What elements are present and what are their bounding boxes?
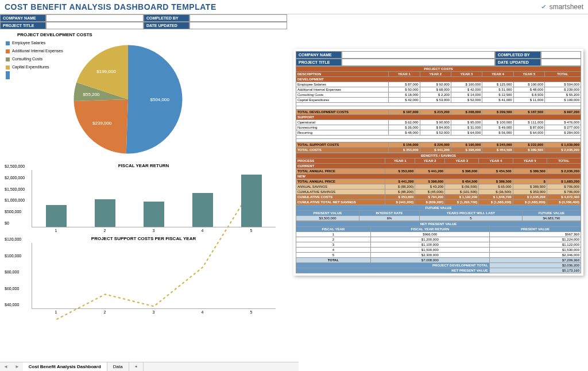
company-name-label: COMPANY NAME	[0, 14, 46, 22]
legend-item: Capital Expenditures	[6, 63, 63, 71]
support-costs-chart: $40,000$60,000$80,000$100,000$120,000	[32, 243, 276, 309]
tab-data[interactable]: Data	[107, 362, 129, 371]
tab-dashboard[interactable]: Cost Benefit Analysis Dashboard	[23, 362, 107, 371]
header-bar: COST BENEFIT ANALYSIS DASHBOARD TEMPLATE…	[0, 0, 588, 14]
page-title: COST BENEFIT ANALYSIS DASHBOARD TEMPLATE	[5, 2, 540, 11]
tab-next-icon[interactable]: ►	[11, 362, 23, 371]
tab-add[interactable]: +	[129, 362, 144, 371]
legend-item: Additional Internal Expenses	[6, 47, 63, 55]
benefits-table: BENEFITS / SAVINGSPROCESSYEAR 1YEAR 2YEA…	[296, 153, 581, 205]
sheet-tabs: ◄ ► Cost Benefit Analysis Dashboard Data…	[0, 362, 299, 371]
fiscal-year-return-chart: $0$500,000$1,000,000$1,500,000$2,000,000…	[32, 170, 276, 227]
completed-by-label: COMPLETED BY	[144, 14, 189, 22]
tab-prev-icon[interactable]: ◄	[0, 362, 11, 371]
info-bar-left: COMPANY NAME COMPLETED BY	[0, 14, 588, 22]
bar1-title: FISCAL YEAR RETURN	[6, 163, 281, 168]
bar2-title: PROJECT SUPPORT COSTS PER FISCAL YEAR	[6, 236, 281, 241]
npv-table: NET PRESENT VALUEFISCAL YEARFISCAL YEAR …	[296, 221, 581, 273]
left-panel: PROJECT DEVELOPMENT COSTS Employee Salar…	[0, 29, 287, 314]
pie-chart: $504,000$239,000$55,200$199,000	[68, 39, 188, 160]
r-company-label: COMPANY NAME	[296, 51, 342, 59]
legend-item: Employee Salaries	[6, 39, 63, 47]
r-completed-label: COMPLETED BY	[495, 51, 541, 59]
r-date-label: DATE UPDATED	[495, 59, 541, 66]
completed-by-value[interactable]	[189, 14, 287, 22]
legend-item: Consulting Costs	[6, 55, 63, 63]
right-panel: COMPANY NAME COMPLETED BY PROJECT TITLE …	[293, 49, 583, 276]
project-costs-table: PROJECT COSTSDESCRIPTIONYEAR 1YEAR 2YEAR…	[296, 66, 581, 153]
future-value-table: FUTURE VALUEPRESENT VALUEINTEREST RATEYE…	[296, 205, 581, 221]
r-project-label: PROJECT TITLE	[296, 59, 342, 66]
pie-legend: Employee SalariesAdditional Internal Exp…	[6, 39, 63, 79]
check-icon	[540, 3, 548, 11]
company-name-value[interactable]	[46, 14, 144, 22]
smartsheet-logo: smartsheet	[540, 3, 583, 11]
pie-title: PROJECT DEVELOPMENT COSTS	[17, 32, 281, 37]
